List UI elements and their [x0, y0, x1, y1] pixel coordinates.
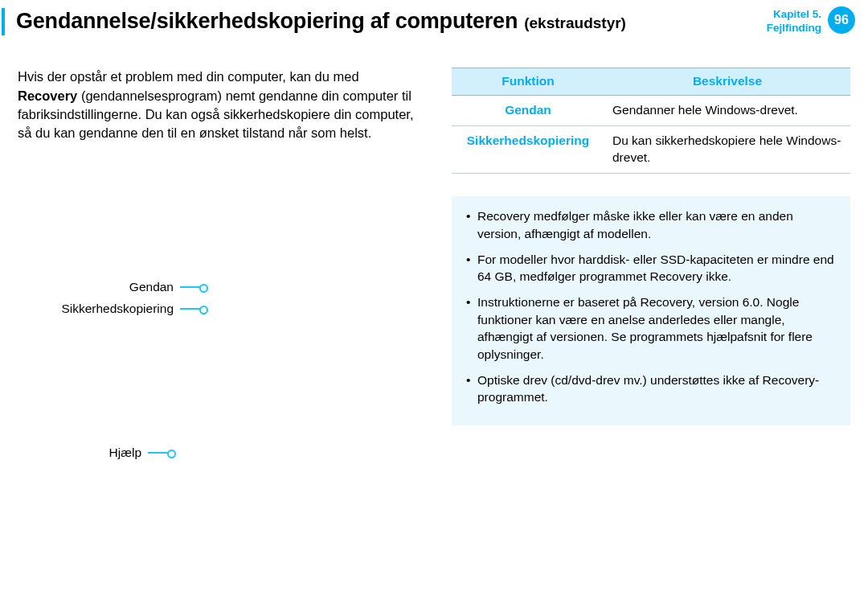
intro-pre: Hvis der opstår et problem med din compu… — [18, 69, 359, 84]
table-cell-desc: Du kan sikkerhedskopiere hele Windows-dr… — [604, 126, 850, 174]
header-accent — [2, 8, 5, 35]
diagram-label-help: Hjælp — [109, 445, 141, 462]
diagram-label-gendan: Gendan — [129, 279, 174, 296]
chapter-line1: Kapitel 5. — [767, 8, 821, 22]
table-row: Gendan Gendanner hele Windows-drevet. — [452, 96, 850, 126]
chapter-line2: Fejlfinding — [767, 22, 821, 35]
leader-line-icon — [180, 308, 203, 310]
function-table: Funktion Beskrivelse Gendan Gendanner he… — [452, 68, 850, 174]
intro-post: (gendannelsesprogram) nemt gendanne din … — [18, 88, 414, 140]
note-box: Recovery medfølger måske ikke eller kan … — [452, 196, 850, 425]
intro-bold: Recovery — [18, 88, 77, 103]
table-header-description: Beskrivelse — [604, 68, 850, 96]
page-number-badge: 96 — [828, 6, 855, 34]
diagram-label-backup: Sikkerhedskopiering — [61, 301, 174, 318]
note-item: Optiske drev (cd/dvd-drev mv.) understøt… — [458, 372, 836, 406]
table-header-function: Funktion — [452, 68, 604, 96]
table-cell-fn: Sikkerhedskopiering — [452, 126, 604, 174]
note-item: Instruktionerne er baseret på Recovery, … — [458, 294, 836, 363]
intro-paragraph: Hvis der opstår et problem med din compu… — [18, 68, 420, 142]
note-item: Recovery medfølger måske ikke eller kan … — [458, 207, 836, 242]
leader-line-icon — [180, 286, 203, 288]
page-title-suffix: (ekstraudstyr) — [524, 13, 626, 34]
table-row: Sikkerhedskopiering Du kan sikkerhedskop… — [452, 126, 850, 174]
page-title: Gendannelse/sikkerhedskopiering af compu… — [16, 6, 518, 35]
note-item: For modeller hvor harddisk- eller SSD-ka… — [458, 251, 836, 285]
chapter-label: Kapitel 5. Fejlfinding — [767, 8, 821, 35]
recovery-diagram: Gendan Sikkerhedskopiering Hjælp — [18, 279, 420, 488]
table-cell-fn: Gendan — [452, 96, 604, 126]
leader-line-icon — [148, 452, 170, 454]
table-cell-desc: Gendanner hele Windows-drevet. — [604, 96, 850, 126]
